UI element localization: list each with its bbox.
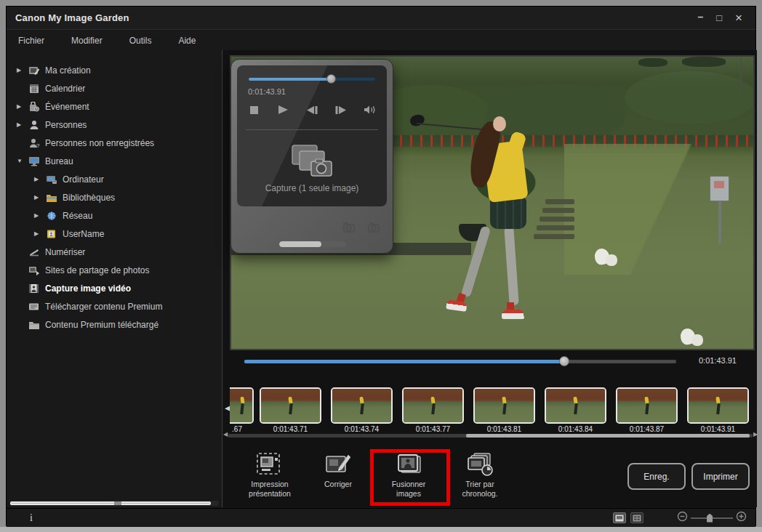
expand-arrow-icon[interactable]: ▶ xyxy=(17,121,28,128)
expand-arrow-icon[interactable]: ▶ xyxy=(34,194,45,201)
sidebar-item-calendrier[interactable]: Calendrier xyxy=(7,79,222,97)
sidebar-item-ordinateur[interactable]: ▶ Ordinateur xyxy=(7,170,222,188)
user-folder-icon xyxy=(45,228,58,239)
sidebar-item-username[interactable]: ▶ UserName xyxy=(7,225,222,243)
panel-seek-fill xyxy=(249,78,331,81)
zoom-slider[interactable] xyxy=(691,517,733,519)
sidebar-item-label: Capture image vidéo xyxy=(45,283,131,294)
save-button[interactable]: Enreg. xyxy=(627,463,686,490)
volume-icon[interactable] xyxy=(361,102,380,118)
event-icon xyxy=(28,101,41,112)
sidebar-item-bureau[interactable]: ▼ Bureau xyxy=(7,152,222,170)
capture-control-panel: 0:01:43.91 Capture (1 seule image) xyxy=(230,59,393,254)
stop-button[interactable] xyxy=(244,102,263,118)
status-bar: i xyxy=(7,508,755,527)
sidebar-item-telecharger-premium[interactable]: Télécharger contenu Premium xyxy=(7,297,222,315)
merge-images-icon xyxy=(395,451,422,477)
frame-timestamp: 0:01:43.91 xyxy=(686,425,750,433)
sidebar-item-ma-creation[interactable]: ▶ Ma création xyxy=(7,61,222,79)
capture-mode-single-icon[interactable] xyxy=(342,221,356,235)
dog xyxy=(595,244,622,267)
frame-thumbnail[interactable] xyxy=(545,387,606,424)
sidebar-item-label: Ma création xyxy=(45,65,91,76)
sidebar-item-label: Contenu Premium téléchargé xyxy=(45,320,159,330)
print-button[interactable]: Imprimer xyxy=(691,463,750,490)
frame-thumbnail[interactable] xyxy=(402,387,464,424)
calendar-icon xyxy=(28,83,41,94)
tool-corriger[interactable]: Corriger xyxy=(303,451,373,489)
tool-fusionner-images[interactable]: Fusionner images xyxy=(374,451,444,499)
person-icon xyxy=(28,119,41,130)
filmstrip-scroll-right-icon[interactable]: ▶ xyxy=(753,431,758,438)
sidebar-item-capture-image-video[interactable]: Capture image vidéo xyxy=(7,279,222,297)
menu-outils[interactable]: Outils xyxy=(124,36,163,46)
sidebar-item-bibliotheques[interactable]: ▶ Bibliothèques xyxy=(7,188,222,206)
person-unregistered-icon: ? xyxy=(28,137,41,148)
capture-single-frame-icon xyxy=(289,144,334,183)
capture-button-label[interactable]: Capture (1 seule image) xyxy=(237,183,387,193)
sidebar-item-personnes-non-enregistrees[interactable]: ? Personnes non enregistrées xyxy=(7,134,222,152)
expand-arrow-icon[interactable]: ▼ xyxy=(17,158,28,164)
network-icon xyxy=(45,210,58,221)
expand-arrow-icon[interactable]: ▶ xyxy=(34,230,45,237)
sidebar-item-numeriser[interactable]: Numériser xyxy=(7,243,222,261)
tool-impression-presentation[interactable]: Impression présentation xyxy=(235,451,305,499)
filmstrip-scrollbar[interactable] xyxy=(228,434,753,438)
timeline-slider[interactable] xyxy=(244,360,676,363)
frame-thumbnail[interactable] xyxy=(331,387,393,424)
next-frame-button[interactable] xyxy=(332,102,350,118)
golf-club-head xyxy=(409,113,426,128)
sidebar-item-label: Télécharger contenu Premium xyxy=(45,302,162,312)
frame-thumbnail-partial[interactable] xyxy=(230,387,254,424)
frame-thumbnail[interactable] xyxy=(616,387,678,424)
maximize-icon[interactable]: □ xyxy=(716,13,722,23)
timeline-progress-fill xyxy=(244,360,564,363)
panel-seek-handle[interactable] xyxy=(326,74,336,84)
expand-arrow-icon[interactable]: ▶ xyxy=(34,212,45,219)
libraries-icon xyxy=(45,192,58,203)
timeline-handle[interactable] xyxy=(559,356,569,366)
zoom-control xyxy=(677,511,747,525)
title-bar: Canon My Image Garden – □ × xyxy=(7,7,755,30)
menu-bar: Fichier Modifier Outils Aide xyxy=(7,31,755,50)
expand-arrow-icon[interactable]: ▶ xyxy=(17,67,28,73)
play-button[interactable] xyxy=(273,102,292,118)
scanner-icon xyxy=(28,246,41,257)
sidebar-item-personnes[interactable]: ▶ Personnes xyxy=(7,116,222,134)
sidebar-horizontal-scrollbar[interactable] xyxy=(9,501,219,506)
view-small-thumbnails-button[interactable] xyxy=(630,512,643,523)
capture-mode-multi-icon[interactable] xyxy=(366,221,381,235)
panel-timecode: 0:01:43.91 xyxy=(248,87,286,96)
menu-fichier[interactable]: Fichier xyxy=(12,36,55,46)
expand-arrow-icon[interactable]: ▶ xyxy=(34,176,45,182)
sidebar-item-reseau[interactable]: ▶ Réseau xyxy=(7,206,222,225)
frame-timestamp: 0:01:43.71 xyxy=(258,425,323,433)
panel-mode-toggle[interactable] xyxy=(279,241,346,247)
previous-frame-button[interactable] xyxy=(302,102,321,118)
desktop-icon xyxy=(28,156,41,166)
zoom-in-icon[interactable] xyxy=(736,511,747,525)
view-large-thumbnails-button[interactable] xyxy=(613,512,626,523)
expand-arrow-icon[interactable]: ▶ xyxy=(17,103,28,110)
minimize-icon[interactable]: – xyxy=(697,12,703,22)
zoom-slider-handle[interactable] xyxy=(707,514,713,523)
info-icon[interactable]: i xyxy=(30,512,33,524)
sidebar-item-sites-partage[interactable]: Sites de partage de photos xyxy=(7,261,222,279)
panel-seek-slider[interactable] xyxy=(249,78,375,81)
sidebar-item-label: UserName xyxy=(63,229,104,239)
sidebar-item-contenu-premium[interactable]: Contenu Premium téléchargé xyxy=(7,315,222,334)
frame-thumbnail[interactable] xyxy=(687,387,749,424)
zoom-out-icon[interactable] xyxy=(677,511,688,525)
photo-sharing-icon xyxy=(28,265,41,275)
frame-timestamp: 0:01:43.87 xyxy=(614,425,679,433)
close-icon[interactable]: × xyxy=(735,13,742,23)
menu-modifier[interactable]: Modifier xyxy=(65,36,113,46)
sidebar-item-evenement[interactable]: ▶ Événement xyxy=(7,97,222,116)
frame-thumbnail[interactable] xyxy=(260,387,321,424)
sidebar-item-label: Ordinateur xyxy=(63,174,104,185)
tool-trier-par-chronologie[interactable]: Trier par chronolog. xyxy=(445,451,515,499)
frame-timestamp: 0:01:43.81 xyxy=(472,425,537,433)
computer-icon xyxy=(45,174,58,185)
frame-thumbnail[interactable] xyxy=(473,387,535,424)
menu-aide[interactable]: Aide xyxy=(172,36,206,46)
